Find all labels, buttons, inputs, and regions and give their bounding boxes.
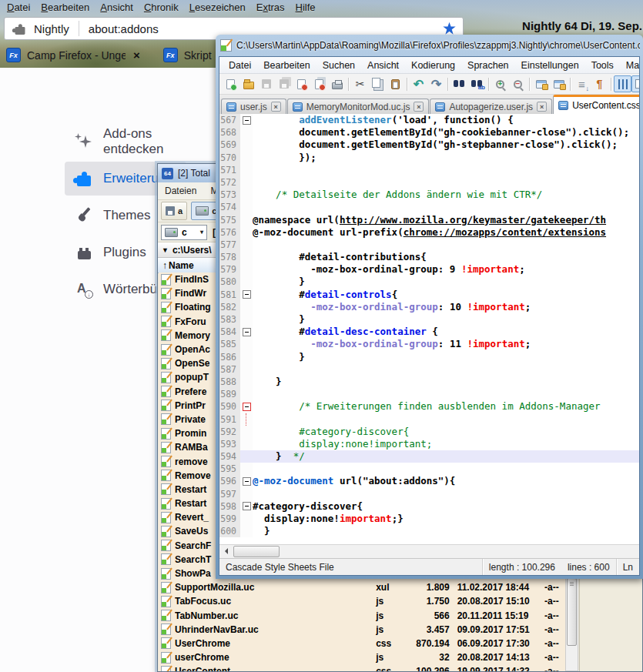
code-line[interactable]: 575@namespace url(http://www.mozilla.org…	[219, 214, 639, 226]
code-line[interactable]: 568 document.getElementById("gh-cookieba…	[219, 126, 639, 139]
code-line[interactable]: 584 #detail-desc-container {	[219, 326, 639, 338]
code-line[interactable]: 599 display:none!important;}	[219, 513, 639, 525]
menubar-item-ansicht[interactable]: Ansicht	[361, 60, 405, 71]
file-row[interactable]: UserChromecss870.19406.09.2017 17:30-a--	[159, 637, 565, 650]
fold-collapse-icon[interactable]	[243, 477, 251, 486]
code-line[interactable]: 580 }	[219, 276, 639, 288]
code-line[interactable]: 597	[219, 488, 639, 500]
function-list-icon[interactable]	[631, 75, 639, 92]
fold-collapse-icon[interactable]	[243, 502, 251, 510]
file-row[interactable]: SupportMozilla.ucxul1.80911.02.2017 18:4…	[159, 580, 565, 594]
url-text[interactable]: about:addons	[79, 22, 159, 35]
word-wrap-icon[interactable]	[573, 75, 591, 92]
name-column-header[interactable]: Name	[169, 260, 194, 271]
show-symbols-icon[interactable]	[591, 75, 608, 92]
code-line[interactable]: 585 -moz-box-ordinal-group: 11 !importan…	[219, 338, 639, 350]
editor-tab-memorymonitormod-uc-js[interactable]: MemoryMonitorMod.uc.js×	[287, 99, 430, 114]
editor-tab-user-js[interactable]: user.js×	[221, 99, 286, 114]
menubar-item-extras[interactable]: Extras	[251, 2, 290, 13]
code-line[interactable]: 573 /* Detailseite der Addons ändern wie…	[219, 189, 639, 201]
drive-combo[interactable]: c ▾	[161, 225, 207, 240]
path-dropdown-icon[interactable]: ▼	[162, 246, 169, 254]
menubar-item-einstellungen[interactable]: Einstellungen	[515, 60, 585, 71]
drive-a-button[interactable]: a	[161, 202, 187, 220]
code-line[interactable]: 588 }	[219, 376, 639, 388]
code-line[interactable]: 589	[219, 388, 639, 400]
code-line[interactable]: 581 #detail-controls{	[219, 289, 639, 301]
close-all-icon[interactable]	[310, 75, 328, 92]
code-line[interactable]: 583 }	[219, 313, 639, 326]
browser-tab[interactable]: FxSkript	[157, 42, 218, 68]
scrollbar-thumb[interactable]	[233, 546, 280, 557]
menubar-item-makro[interactable]: Makro	[620, 60, 639, 71]
sidebar-item-add-ons-entdecken[interactable]: Add-ons entdecken	[65, 125, 186, 159]
close-file-icon[interactable]	[293, 75, 310, 92]
menubar-item-bearbeiten[interactable]: Bearbeiten	[257, 60, 316, 71]
editor-tab-usercontent-css[interactable]: UserContent.css×	[553, 95, 639, 114]
code-line[interactable]: 586 }	[219, 351, 639, 363]
menubar-item-kodierung[interactable]: Kodierung	[405, 60, 461, 71]
replace-icon[interactable]	[468, 75, 486, 92]
code-line[interactable]: 598#category-discover{	[219, 500, 639, 513]
code-line[interactable]: 600 }	[219, 525, 639, 537]
editor-tab-autopagerize-user-js[interactable]: Autopagerize.user.js×	[430, 99, 552, 114]
menubar-item-lesezeichen[interactable]: Lesezeichen	[184, 2, 251, 13]
scroll-left-button[interactable]	[219, 545, 233, 557]
code-line[interactable]: 587	[219, 363, 639, 376]
code-line[interactable]: 571	[219, 164, 639, 176]
code-editor[interactable]: 567 addEventListener('load', function() …	[219, 114, 639, 544]
code-line[interactable]: 590 /* Erweiterungen finden ausblenden i…	[219, 400, 639, 413]
print-icon[interactable]	[328, 75, 346, 92]
file-row[interactable]: UhrinderNavBar.ucjs3.45709.09.2017 17:51…	[159, 623, 565, 637]
file-row[interactable]: UserContentcss100.29619.09.2017 14:32-a-…	[159, 664, 565, 671]
code-line[interactable]: 567 addEventListener('load', function() …	[219, 114, 639, 126]
code-line[interactable]: 594 } */	[219, 450, 639, 463]
file-row[interactable]: TabNumber.ucjs56620.11.2011 15:19-a--	[159, 609, 565, 623]
fold-collapse-icon[interactable]	[243, 403, 251, 411]
code-line[interactable]: 579 -moz-box-ordinal-group: 9 !important…	[219, 263, 639, 276]
horizontal-scrollbar[interactable]	[219, 544, 639, 558]
scrollbar-thumb[interactable]	[567, 578, 577, 646]
code-line[interactable]: 578 #detail-contributions{	[219, 251, 639, 263]
menubar-item-tools[interactable]: Tools	[585, 60, 620, 71]
menubar-item-hilfe[interactable]: Hilfe	[290, 2, 321, 13]
bookmark-star-icon[interactable]	[443, 22, 456, 35]
menubar-item-datei[interactable]: Datei	[2, 2, 35, 13]
npp-titlebar[interactable]: C:\Users\Martin\AppData\Roaming\Mozilla\…	[220, 35, 640, 56]
tab-close-icon[interactable]: ×	[271, 102, 281, 112]
code-line[interactable]: 569 document.getElementById("gh-stepbann…	[219, 139, 639, 151]
fold-collapse-icon[interactable]	[243, 290, 251, 299]
indent-guide-icon[interactable]	[614, 75, 631, 92]
menubar-item-bearbeiten[interactable]: Bearbeiten	[35, 2, 95, 13]
code-line[interactable]: 596@-moz-document url("about:addons"){	[219, 475, 639, 487]
sync-horizontal-icon[interactable]	[550, 75, 568, 92]
zoom-out-icon[interactable]	[509, 75, 527, 92]
copy-icon[interactable]	[369, 75, 387, 92]
tab-close-icon[interactable]: ×	[537, 102, 547, 112]
code-line[interactable]: 593 display:none!important;	[219, 438, 639, 450]
sync-vertical-icon[interactable]	[532, 75, 550, 92]
tab-close-icon[interactable]: ×	[414, 102, 424, 112]
menubar-item-sprachen[interactable]: Sprachen	[461, 60, 515, 71]
code-line[interactable]: 592 #category-discover{	[219, 426, 639, 438]
zoom-in-icon[interactable]	[491, 75, 509, 92]
menubar-item-dateien[interactable]: Dateien	[158, 186, 203, 196]
tab-close-icon[interactable]: ×	[133, 48, 140, 62]
file-row[interactable]: TabFocus.ucjs1.75020.08.2017 15:10-a--	[159, 594, 565, 608]
menubar-item-suchen[interactable]: Suchen	[316, 60, 361, 71]
fold-collapse-icon[interactable]	[243, 116, 251, 125]
undo-icon[interactable]	[410, 75, 427, 92]
code-line[interactable]: 572	[219, 176, 639, 189]
new-file-icon[interactable]	[222, 75, 239, 92]
code-line[interactable]: 570 });	[219, 152, 639, 164]
cut-icon[interactable]	[351, 75, 369, 92]
menubar-item-chronik[interactable]: Chronik	[139, 2, 184, 13]
menubar-item-ansicht[interactable]: Ansicht	[95, 2, 139, 13]
code-line[interactable]: 576@-moz-document url-prefix(chrome://mo…	[219, 226, 639, 239]
code-line[interactable]: 595	[219, 463, 639, 475]
open-folder-icon[interactable]	[239, 75, 257, 92]
code-line[interactable]: 577	[219, 239, 639, 251]
code-line[interactable]: 574	[219, 201, 639, 213]
chevron-down-icon[interactable]: ▾	[200, 229, 203, 236]
code-line[interactable]: 582 -moz-box-ordinal-group: 10 !importan…	[219, 301, 639, 313]
